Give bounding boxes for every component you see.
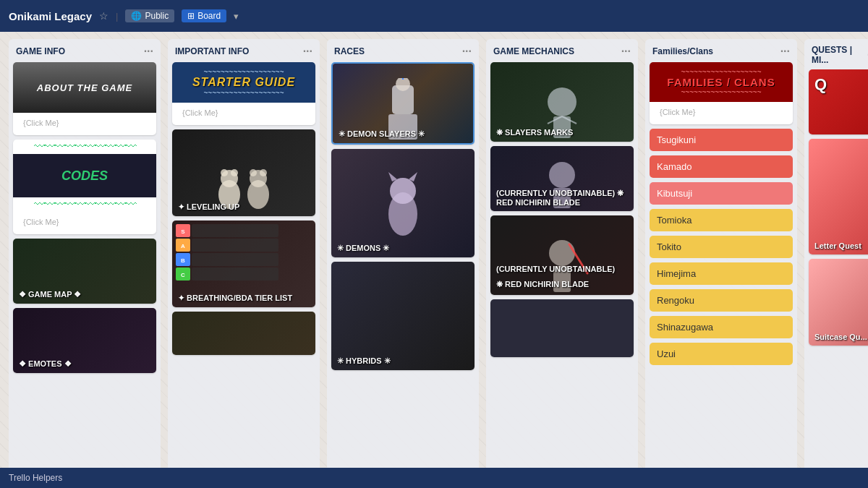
- svg-text:A: A: [181, 243, 185, 249]
- card-leveling[interactable]: ✦ LEVELING UP: [172, 129, 315, 216]
- svg-point-34: [549, 240, 575, 266]
- column-game-info: GAME INFO ··· ABOUT THE GAME {Click Me} …: [9, 39, 161, 481]
- bottom-important-image: [172, 312, 315, 355]
- demon-slayers-label: ✳ DEMON SLAYERS ✳: [339, 129, 425, 139]
- demons-image: ✳ DEMONS ✳: [331, 149, 475, 257]
- emotes-image: ❖ EMOTES ❖: [13, 308, 156, 373]
- card-tsugikuni[interactable]: Tsugikuni: [650, 129, 793, 151]
- card-game-map[interactable]: ❖ GAME MAP ❖: [13, 239, 156, 304]
- red-nichirin-label: ❋ RED NICHIRIN BLADE: [496, 280, 589, 289]
- board-tab[interactable]: ⊞ Board: [182, 9, 226, 22]
- column-header-quests: QUESTS | MI... ···: [804, 39, 868, 69]
- empty-mechanics-image: [490, 299, 634, 357]
- families-header-image: ~~~~~~~~~~~~~~~~~~~ FAMILIES / CLANS ~~~…: [650, 62, 793, 102]
- column-important-info: IMPORTANT INFO ··· ~~~~~~~~~~~~~~~~~~~ S…: [168, 39, 320, 481]
- card-slayers-marks[interactable]: ❋ SLAYERS MARKS: [490, 62, 634, 142]
- svg-text:S: S: [181, 228, 185, 235]
- card-kamado[interactable]: Kamado: [650, 155, 793, 178]
- leveling-label: ✦ LEVELING UP: [178, 202, 239, 212]
- card-tier-list[interactable]: S A B C ✦ BREATHING/BDA TIER LIST: [172, 221, 315, 307]
- public-badge: 🌐 Public: [125, 9, 174, 22]
- transparent-world-label: (CURRENTLY UNOBTAINABLE) ❋ RED NICHIRIN …: [496, 189, 634, 207]
- red-nichirin-image: (CURRENTLY UNOBTAINABLE) ❋ RED NICHIRIN …: [490, 215, 634, 295]
- column-menu-mechanics[interactable]: ···: [621, 45, 631, 58]
- quests-q-letter: Q: [814, 75, 827, 94]
- svg-text:C: C: [181, 272, 185, 278]
- card-tomioka[interactable]: Tomioka: [650, 209, 793, 231]
- codes-image: CODES: [13, 154, 156, 197]
- codes-click-me: {Click Me}: [19, 216, 150, 229]
- svg-point-32: [549, 162, 575, 188]
- card-tokito[interactable]: Tokito: [650, 236, 793, 258]
- card-kibutsuji[interactable]: Kibutsuji: [650, 182, 793, 205]
- column-header-races: RACES ···: [327, 39, 479, 62]
- card-rengoku[interactable]: Rengoku: [650, 289, 793, 312]
- slayers-marks-label: ❋ SLAYERS MARKS: [496, 128, 573, 137]
- card-shinazugawa[interactable]: Shinazugawa: [650, 316, 793, 338]
- tier-list-svg: S A B C: [176, 224, 299, 289]
- column-game-mechanics: GAME MECHANICS ··· ❋ SLAYERS MARKS: [486, 39, 638, 481]
- card-transparent-world[interactable]: (CURRENTLY UNOBTAINABLE) ❋ RED NICHIRIN …: [490, 146, 634, 211]
- card-empty-mechanics[interactable]: [490, 299, 634, 357]
- emotes-label: ❖ EMOTES ❖: [19, 359, 72, 369]
- column-body-mechanics: ❋ SLAYERS MARKS (CURRENTLY UNOBTAINABLE)…: [486, 62, 638, 481]
- card-demons[interactable]: ✳ DEMONS ✳: [331, 149, 475, 257]
- column-menu-important[interactable]: ···: [303, 45, 312, 58]
- suitcase-label: Suitcase Qu...: [814, 333, 867, 341]
- column-families-clans: Families/Clans ··· ~~~~~~~~~~~~~~~~~~~ F…: [645, 39, 797, 481]
- demons-label: ✳ DEMONS ✳: [337, 244, 389, 253]
- card-starter[interactable]: ~~~~~~~~~~~~~~~~~~~ STARTER GUIDE ~~~~~~…: [172, 62, 315, 125]
- tier-list-label: ✦ BREATHING/BDA TIER LIST: [178, 294, 292, 303]
- top-bar: Onikami Legacy ☆ | 🌐 Public ⊞ Board ▾: [0, 0, 868, 32]
- transparent-world-image: (CURRENTLY UNOBTAINABLE) ❋ RED NICHIRIN …: [490, 146, 634, 211]
- column-races: RACES ··· ✳ DEMON SLAYERS ✳: [327, 39, 479, 481]
- card-emotes[interactable]: ❖ EMOTES ❖: [13, 308, 156, 373]
- column-header-mechanics: GAME MECHANICS ···: [486, 39, 638, 62]
- slayers-marks-image: ❋ SLAYERS MARKS: [490, 62, 634, 142]
- quest-top-image: Q: [809, 69, 868, 134]
- bottom-bar: Trello Helpers: [0, 468, 868, 488]
- tier-list-image: S A B C ✦ BREATHING/BDA TIER LIST: [172, 221, 315, 307]
- demon-slayers-image: ✳ DEMON SLAYERS ✳: [333, 64, 473, 143]
- about-image: ABOUT THE GAME: [13, 62, 156, 113]
- column-menu-races[interactable]: ···: [462, 45, 472, 58]
- starter-image: ~~~~~~~~~~~~~~~~~~~ STARTER GUIDE ~~~~~~…: [172, 62, 315, 103]
- leveling-image: ✦ LEVELING UP: [172, 129, 315, 216]
- game-map-label: ❖ GAME MAP ❖: [19, 290, 81, 299]
- game-map-image: ❖ GAME MAP ❖: [13, 239, 156, 304]
- card-bottom-important[interactable]: [172, 312, 315, 355]
- column-body-game-info: ABOUT THE GAME {Click Me} 〰〰〰〰〰〰〰〰〰〰 COD…: [9, 62, 161, 481]
- card-hybrids[interactable]: ✳ HYBRIDS ✳: [331, 262, 475, 370]
- about-click-me: {Click Me}: [19, 117, 150, 130]
- families-click-me: {Click Me}: [655, 106, 787, 119]
- column-menu-families[interactable]: ···: [780, 45, 790, 58]
- svg-rect-19: [192, 267, 278, 281]
- starter-wavy-bottom: ~~~~~~~~~~~~~~~~~~~: [178, 89, 310, 97]
- svg-point-3: [231, 169, 238, 176]
- card-himejima[interactable]: Himejima: [650, 262, 793, 285]
- column-quests: QUESTS | MI... ··· Q Letter Quest Suitca…: [804, 39, 868, 481]
- card-red-nichirin[interactable]: (CURRENTLY UNOBTAINABLE) ❋ RED NICHIRIN …: [490, 215, 634, 295]
- app-title[interactable]: Onikami Legacy: [9, 10, 92, 22]
- chevron-icon[interactable]: ▾: [234, 11, 239, 22]
- card-families-header[interactable]: ~~~~~~~~~~~~~~~~~~~ FAMILIES / CLANS ~~~…: [650, 62, 793, 124]
- card-codes[interactable]: 〰〰〰〰〰〰〰〰〰〰 CODES 〰〰〰〰〰〰〰〰〰〰 {Click Me}: [13, 140, 156, 234]
- red-nichirin-label-line1: (CURRENTLY UNOBTAINABLE): [496, 265, 631, 273]
- card-letter-quest[interactable]: Letter Quest: [809, 139, 868, 254]
- column-body-families: ~~~~~~~~~~~~~~~~~~~ FAMILIES / CLANS ~~~…: [645, 62, 797, 481]
- star-icon[interactable]: ☆: [99, 10, 109, 22]
- card-uzui[interactable]: Uzui: [650, 343, 793, 365]
- column-body-quests: Q Letter Quest Suitcase Qu...: [804, 69, 868, 481]
- card-quest-top[interactable]: Q: [809, 69, 868, 134]
- card-suitcase[interactable]: Suitcase Qu...: [809, 259, 868, 346]
- column-header-families: Families/Clans ···: [645, 39, 797, 62]
- letter-quest-image: Letter Quest: [809, 139, 868, 254]
- starter-wavy-top: ~~~~~~~~~~~~~~~~~~~: [178, 68, 310, 76]
- card-about[interactable]: ABOUT THE GAME {Click Me}: [13, 62, 156, 135]
- board-icon: ⊞: [187, 11, 195, 21]
- trello-helpers-link[interactable]: Trello Helpers: [9, 473, 62, 483]
- card-demon-slayers[interactable]: ✳ DEMON SLAYERS ✳: [331, 62, 475, 145]
- svg-point-25: [390, 178, 416, 204]
- svg-point-7: [260, 169, 267, 176]
- column-menu-game-info[interactable]: ···: [144, 45, 153, 58]
